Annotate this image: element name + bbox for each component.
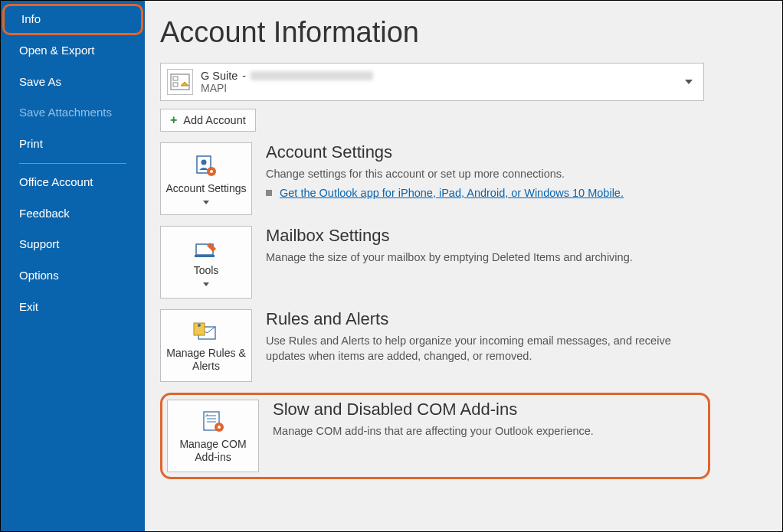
page-title: Account Information (160, 16, 744, 49)
account-settings-tile[interactable]: Account Settings (160, 142, 252, 215)
svg-point-7 (210, 170, 213, 173)
add-account-button[interactable]: + Add Account (160, 109, 256, 132)
sidebar-separator (19, 163, 126, 164)
section-mailbox-settings: Tools Mailbox Settings Manage the size o… (160, 226, 704, 299)
section-com-addins: Manage COM Add-ins Slow and Disabled COM… (167, 400, 703, 472)
sidebar-item-feedback[interactable]: Feedback (1, 198, 145, 230)
account-protocol: MAPI (201, 82, 373, 94)
sidebar-item-office-account[interactable]: Office Account (1, 167, 145, 198)
sidebar-item-support[interactable]: Support (1, 229, 145, 260)
tools-tile[interactable]: Tools (160, 226, 252, 299)
chevron-down-icon (203, 201, 209, 204)
svg-point-12 (198, 324, 201, 327)
app-root: Info Open & Export Save As Save Attachme… (1, 1, 782, 531)
rules-alerts-desc: Use Rules and Alerts to help organize yo… (266, 334, 704, 364)
sidebar-item-print[interactable]: Print (1, 129, 145, 160)
plus-icon: + (170, 114, 177, 126)
mailbox-settings-desc: Manage the size of your mailbox by empty… (266, 250, 704, 266)
svg-rect-9 (195, 255, 215, 257)
rules-alerts-title: Rules and Alerts (266, 309, 704, 329)
addins-icon (201, 410, 225, 433)
svg-rect-2 (173, 83, 178, 86)
sidebar-item-exit[interactable]: Exit (1, 292, 145, 323)
backstage-sidebar: Info Open & Export Save As Save Attachme… (1, 1, 145, 531)
chevron-down-icon (685, 80, 693, 84)
mailbox-icon (167, 69, 193, 95)
main-panel: Account Information G Suite - MAPI (145, 1, 782, 531)
sidebar-item-open-export[interactable]: Open & Export (1, 35, 145, 67)
account-dropdown[interactable]: G Suite - MAPI (160, 63, 704, 101)
rules-alerts-tile-label: Manage Rules & Alerts (165, 347, 247, 371)
account-text: G Suite - MAPI (201, 70, 373, 94)
section-rules-alerts: Manage Rules & Alerts Rules and Alerts U… (160, 309, 704, 382)
add-account-label: Add Account (183, 114, 245, 126)
com-addins-tile[interactable]: Manage COM Add-ins (167, 400, 259, 472)
svg-marker-3 (181, 82, 188, 86)
bullet-icon (266, 190, 272, 196)
tools-tile-label: Tools (194, 264, 219, 276)
rules-alerts-tile[interactable]: Manage Rules & Alerts (160, 309, 252, 382)
sidebar-item-save-attachments: Save Attachments (1, 97, 145, 129)
sidebar-item-info[interactable]: Info (2, 4, 143, 35)
account-settings-title: Account Settings (266, 142, 704, 162)
highlight-com-addins: Manage COM Add-ins Slow and Disabled COM… (160, 393, 710, 479)
sidebar-item-options[interactable]: Options (1, 260, 145, 292)
rules-alerts-icon (192, 321, 220, 342)
svg-point-5 (201, 159, 207, 165)
section-account-settings: Account Settings Account Settings Change… (160, 142, 704, 215)
tools-icon (193, 240, 219, 259)
get-outlook-app-link[interactable]: Get the Outlook app for iPhone, iPad, An… (280, 187, 624, 199)
mailbox-settings-title: Mailbox Settings (266, 226, 704, 246)
chevron-down-icon (203, 282, 209, 286)
account-settings-tile-label: Account Settings (165, 182, 246, 194)
com-addins-tile-label: Manage COM Add-ins (172, 438, 254, 462)
user-gear-icon (193, 155, 219, 178)
svg-rect-1 (173, 77, 178, 80)
account-settings-desc: Change settings for this account or set … (266, 167, 704, 182)
com-addins-desc: Manage COM add-ins that are affecting yo… (273, 424, 703, 439)
svg-point-18 (218, 426, 221, 429)
account-provider: G Suite (201, 70, 238, 82)
sidebar-item-save-as[interactable]: Save As (1, 67, 145, 98)
com-addins-title: Slow and Disabled COM Add-ins (273, 400, 703, 419)
account-email-redacted (251, 71, 373, 80)
